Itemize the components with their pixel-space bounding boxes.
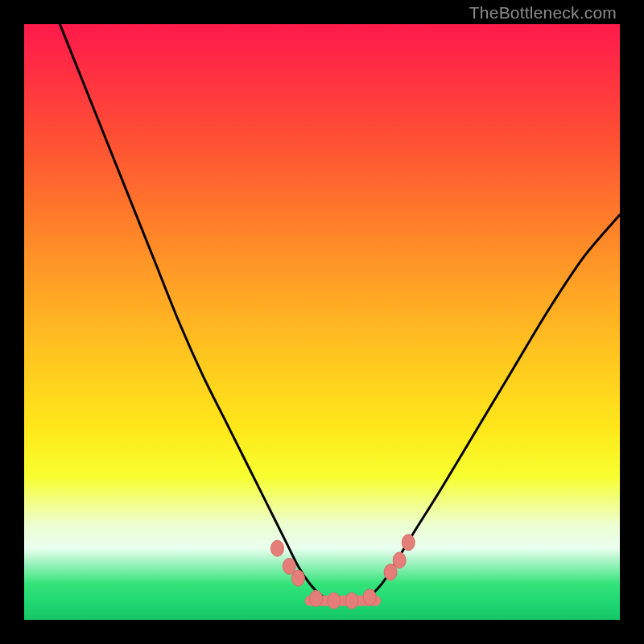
curve-marker	[310, 590, 323, 606]
curve-marker	[271, 540, 284, 556]
bottleneck-curve-svg	[24, 24, 620, 620]
curve-marker	[345, 592, 358, 609]
curve-marker	[402, 535, 415, 551]
curve-marker	[393, 552, 406, 568]
curve-marker	[291, 570, 304, 586]
plot-area	[24, 24, 620, 620]
curve-marker	[363, 589, 376, 605]
curve-marker	[328, 592, 341, 609]
watermark-text: TheBottleneck.com	[469, 3, 617, 23]
bottleneck-curve-path	[60, 24, 620, 602]
chart-frame: TheBottleneck.com	[0, 0, 644, 644]
